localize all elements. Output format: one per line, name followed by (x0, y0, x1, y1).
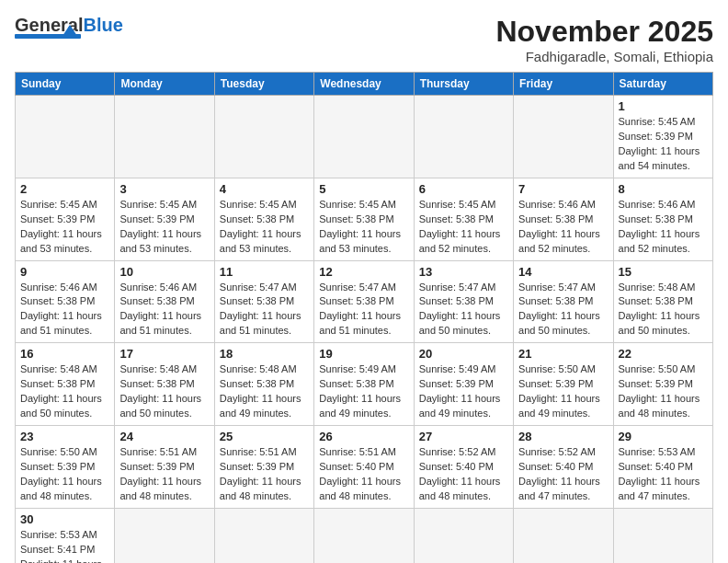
calendar-week-row: 1Sunrise: 5:45 AMSunset: 5:39 PMDaylight… (16, 96, 713, 178)
calendar-cell: 14Sunrise: 5:47 AMSunset: 5:38 PMDayligh… (514, 260, 613, 343)
calendar: SundayMondayTuesdayWednesdayThursdayFrid… (15, 72, 713, 563)
calendar-week-row: 23Sunrise: 5:50 AMSunset: 5:39 PMDayligh… (16, 426, 713, 509)
day-info: Sunrise: 5:46 AMSunset: 5:38 PMDaylight:… (518, 198, 608, 257)
day-number: 19 (319, 347, 408, 361)
calendar-cell: 6Sunrise: 5:45 AMSunset: 5:38 PMDaylight… (414, 178, 513, 260)
day-number: 29 (619, 430, 708, 443)
calendar-cell (115, 508, 214, 563)
calendar-cell: 16Sunrise: 5:48 AMSunset: 5:38 PMDayligh… (16, 343, 115, 426)
day-header-friday: Friday (514, 73, 613, 96)
day-info: Sunrise: 5:47 AMSunset: 5:38 PMDaylight:… (319, 281, 408, 339)
calendar-cell (414, 508, 513, 563)
day-number: 30 (20, 512, 109, 526)
calendar-cell (16, 96, 115, 178)
day-number: 10 (119, 265, 209, 279)
day-info: Sunrise: 5:46 AMSunset: 5:38 PMDaylight:… (119, 281, 209, 339)
calendar-cell: 24Sunrise: 5:51 AMSunset: 5:39 PMDayligh… (115, 426, 214, 509)
calendar-cell: 8Sunrise: 5:46 AMSunset: 5:38 PMDaylight… (613, 178, 712, 260)
day-number: 7 (518, 182, 608, 196)
calendar-cell: 30Sunrise: 5:53 AMSunset: 5:41 PMDayligh… (16, 508, 115, 563)
calendar-cell (214, 96, 313, 178)
day-number: 22 (619, 347, 708, 361)
day-info: Sunrise: 5:48 AMSunset: 5:38 PMDaylight:… (119, 362, 209, 421)
day-info: Sunrise: 5:52 AMSunset: 5:40 PMDaylight:… (419, 445, 508, 504)
day-info: Sunrise: 5:48 AMSunset: 5:38 PMDaylight:… (20, 362, 109, 421)
day-number: 24 (119, 430, 209, 443)
calendar-cell: 18Sunrise: 5:48 AMSunset: 5:38 PMDayligh… (214, 343, 313, 426)
day-info: Sunrise: 5:46 AMSunset: 5:38 PMDaylight:… (20, 281, 109, 339)
day-number: 20 (419, 347, 508, 361)
day-number: 3 (119, 182, 209, 196)
calendar-cell: 15Sunrise: 5:48 AMSunset: 5:38 PMDayligh… (613, 260, 712, 343)
day-header-sunday: Sunday (16, 73, 115, 96)
day-info: Sunrise: 5:52 AMSunset: 5:40 PMDaylight:… (518, 445, 608, 504)
day-info: Sunrise: 5:51 AMSunset: 5:40 PMDaylight:… (319, 445, 408, 504)
day-info: Sunrise: 5:49 AMSunset: 5:39 PMDaylight:… (419, 362, 508, 421)
calendar-cell: 25Sunrise: 5:51 AMSunset: 5:39 PMDayligh… (214, 426, 313, 509)
day-number: 8 (619, 182, 708, 196)
location: Fadhigaradle, Somali, Ethiopia (495, 49, 713, 64)
day-number: 14 (518, 265, 608, 279)
day-info: Sunrise: 5:48 AMSunset: 5:38 PMDaylight:… (619, 281, 708, 339)
day-info: Sunrise: 5:48 AMSunset: 5:38 PMDaylight:… (220, 362, 309, 421)
calendar-cell (514, 508, 613, 563)
calendar-week-row: 30Sunrise: 5:53 AMSunset: 5:41 PMDayligh… (16, 508, 713, 563)
day-number: 26 (319, 430, 408, 443)
day-number: 15 (619, 265, 708, 279)
day-header-saturday: Saturday (613, 73, 712, 96)
month-title: November 2025 (495, 15, 713, 49)
day-info: Sunrise: 5:50 AMSunset: 5:39 PMDaylight:… (518, 362, 608, 421)
day-header-thursday: Thursday (414, 73, 513, 96)
header: General Blue November 2025 Fadhigaradle,… (15, 15, 713, 64)
calendar-cell: 20Sunrise: 5:49 AMSunset: 5:39 PMDayligh… (414, 343, 513, 426)
calendar-cell: 5Sunrise: 5:45 AMSunset: 5:38 PMDaylight… (314, 178, 414, 260)
day-number: 25 (220, 430, 309, 443)
day-info: Sunrise: 5:45 AMSunset: 5:39 PMDaylight:… (20, 198, 109, 257)
calendar-cell: 2Sunrise: 5:45 AMSunset: 5:39 PMDaylight… (16, 178, 115, 260)
calendar-cell: 12Sunrise: 5:47 AMSunset: 5:38 PMDayligh… (314, 260, 414, 343)
calendar-cell (314, 96, 414, 178)
day-number: 11 (220, 265, 309, 279)
day-info: Sunrise: 5:45 AMSunset: 5:38 PMDaylight:… (419, 198, 508, 257)
calendar-cell: 4Sunrise: 5:45 AMSunset: 5:38 PMDaylight… (214, 178, 313, 260)
calendar-week-row: 2Sunrise: 5:45 AMSunset: 5:39 PMDaylight… (16, 178, 713, 260)
day-number: 17 (119, 347, 209, 361)
calendar-cell (214, 508, 313, 563)
calendar-cell (314, 508, 414, 563)
day-info: Sunrise: 5:46 AMSunset: 5:38 PMDaylight:… (619, 198, 708, 257)
day-info: Sunrise: 5:45 AMSunset: 5:39 PMDaylight:… (119, 198, 209, 257)
day-number: 18 (220, 347, 309, 361)
calendar-cell: 11Sunrise: 5:47 AMSunset: 5:38 PMDayligh… (214, 260, 313, 343)
calendar-cell (514, 96, 613, 178)
calendar-cell: 7Sunrise: 5:46 AMSunset: 5:38 PMDaylight… (514, 178, 613, 260)
day-number: 4 (220, 182, 309, 196)
logo-blue-text: Blue (83, 15, 122, 36)
day-number: 13 (419, 265, 508, 279)
day-header-tuesday: Tuesday (214, 73, 313, 96)
calendar-cell: 26Sunrise: 5:51 AMSunset: 5:40 PMDayligh… (314, 426, 414, 509)
logo-triangle (63, 25, 77, 36)
day-number: 1 (619, 99, 708, 113)
day-info: Sunrise: 5:53 AMSunset: 5:40 PMDaylight:… (619, 445, 708, 504)
day-number: 12 (319, 265, 408, 279)
day-info: Sunrise: 5:50 AMSunset: 5:39 PMDaylight:… (619, 362, 708, 421)
calendar-week-row: 16Sunrise: 5:48 AMSunset: 5:38 PMDayligh… (16, 343, 713, 426)
logo: General Blue (15, 15, 123, 39)
calendar-week-row: 9Sunrise: 5:46 AMSunset: 5:38 PMDaylight… (16, 260, 713, 343)
day-number: 23 (20, 430, 109, 443)
calendar-cell: 3Sunrise: 5:45 AMSunset: 5:39 PMDaylight… (115, 178, 214, 260)
day-number: 2 (20, 182, 109, 196)
calendar-cell: 10Sunrise: 5:46 AMSunset: 5:38 PMDayligh… (115, 260, 214, 343)
day-header-wednesday: Wednesday (314, 73, 414, 96)
day-info: Sunrise: 5:45 AMSunset: 5:38 PMDaylight:… (319, 198, 408, 257)
day-info: Sunrise: 5:50 AMSunset: 5:39 PMDaylight:… (20, 445, 109, 504)
day-header-monday: Monday (115, 73, 214, 96)
day-number: 5 (319, 182, 408, 196)
calendar-cell: 13Sunrise: 5:47 AMSunset: 5:38 PMDayligh… (414, 260, 513, 343)
day-info: Sunrise: 5:49 AMSunset: 5:38 PMDaylight:… (319, 362, 408, 421)
day-info: Sunrise: 5:45 AMSunset: 5:39 PMDaylight:… (619, 115, 708, 174)
day-info: Sunrise: 5:51 AMSunset: 5:39 PMDaylight:… (119, 445, 209, 504)
calendar-cell: 1Sunrise: 5:45 AMSunset: 5:39 PMDaylight… (613, 96, 712, 178)
day-number: 9 (20, 265, 109, 279)
calendar-cell: 29Sunrise: 5:53 AMSunset: 5:40 PMDayligh… (613, 426, 712, 509)
